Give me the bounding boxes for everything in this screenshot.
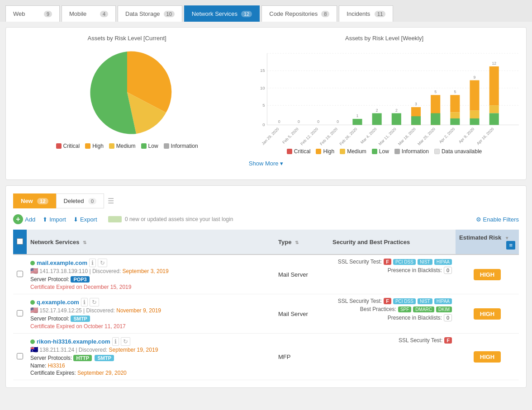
row2-info-icon[interactable]: ℹ [81, 298, 88, 306]
tab-code-repositories[interactable]: Code Repositories8 [261, 5, 337, 22]
row3-protocol-badge-http: HTTP [73, 355, 92, 361]
svg-text:0: 0 [278, 119, 280, 124]
legend-dot-low [141, 143, 147, 149]
row3-discovered: Discovered: September 19, 2019 [79, 347, 158, 353]
bar-legend-medium: Medium [340, 148, 366, 155]
legend-medium: Medium [109, 143, 136, 149]
svg-rect-31 [470, 80, 480, 111]
svg-rect-37 [489, 113, 499, 125]
row2-discovered: Discovered: November 9, 2019 [86, 307, 161, 314]
row2-checkbox-cell [13, 294, 27, 334]
import-button[interactable]: ⬆ Import [43, 216, 66, 223]
row1-type-cell: Mail Server [275, 254, 329, 294]
row3-cert-info: Certificate Expires: September 29, 2020 [30, 370, 271, 376]
row1-blacklist-label: Presence in Blacklists: [388, 267, 442, 273]
sub-tab-new-badge: 12 [37, 198, 48, 204]
svg-text:Apr 2, 2020: Apr 2, 2020 [438, 127, 456, 144]
svg-text:Mar 4, 2020: Mar 4, 2020 [360, 127, 378, 145]
svg-rect-27 [450, 95, 460, 112]
svg-text:Feb 12, 2020: Feb 12, 2020 [299, 127, 319, 146]
row2-blacklist-row: Presence in Blacklists: 0 [388, 314, 452, 321]
row1-info-icon[interactable]: ℹ [89, 259, 96, 267]
tab-incidents[interactable]: Incidents11 [339, 5, 393, 22]
row2-hipaa-badge: HIPAA [434, 298, 452, 304]
th-security: Security and Best Practices [329, 230, 456, 254]
svg-rect-15 [353, 119, 362, 125]
svg-text:0: 0 [337, 119, 339, 124]
sub-tab-new[interactable]: New 12 [13, 193, 56, 208]
pie-chart-svg [77, 47, 177, 137]
row2-bp-label: Best Practices: [360, 306, 396, 312]
sort-arrows-name: ⇅ [83, 240, 86, 245]
bar-legend: Critical High Medium Low [250, 148, 519, 155]
row2-asset-cell: q.example.com ℹ ↻ 🇺🇸 152.17.149.12:25 | … [27, 294, 275, 334]
row2-ssl-label: SSL Security Test: [338, 298, 382, 304]
row1-ssl-row: SSL Security Test: F PCI DSS NIST HIPAA [338, 259, 452, 265]
row3-asset-icons: ℹ ↻ [112, 337, 130, 346]
bar-chart-svg: 0 5 10 15 0 0 0 0 [250, 47, 519, 146]
tab-network-services[interactable]: Network Services12 [184, 5, 260, 22]
row2-refresh-icon[interactable]: ↻ [90, 298, 99, 306]
charts-card: Assets by Risk Level [Current] [5, 27, 527, 180]
row3-type: MFP [278, 353, 290, 360]
row2-ssl-row: SSL Security Test: F PCI DSS NIST HIPAA [338, 298, 452, 304]
svg-text:Mar 18, 2020: Mar 18, 2020 [397, 127, 417, 146]
svg-rect-28 [450, 113, 460, 118]
row1-protocol: Server Protocol: POP3 [30, 276, 271, 283]
export-button[interactable]: ⬇ Export [73, 216, 97, 223]
header-checkbox[interactable] [17, 238, 23, 245]
svg-text:0: 0 [262, 122, 265, 127]
svg-text:0: 0 [317, 119, 319, 124]
show-more-button[interactable]: Show More ▾ [249, 160, 283, 167]
row3-risk-cell: HIGH [456, 334, 519, 380]
tab-label-network-services: Network Services [192, 10, 238, 17]
row2-pci-badge: PCI DSS [393, 298, 416, 304]
row3-asset-name[interactable]: rikon-hi3316.example.com [37, 338, 110, 345]
tab-web[interactable]: Web9 [5, 5, 60, 22]
add-button[interactable]: + Add [13, 214, 35, 224]
tab-label-incidents: Incidents [347, 10, 370, 17]
row1-type: Mail Server [278, 271, 308, 278]
row2-checkbox[interactable] [17, 310, 23, 316]
svg-text:2: 2 [395, 108, 398, 113]
assets-tbody: mail.example.com ℹ ↻ 🇺🇸 141.173.18.139:1… [13, 254, 519, 380]
bar-legend-label-low: Low [379, 148, 389, 155]
tab-mobile[interactable]: Mobile4 [62, 5, 116, 22]
row1-asset-name[interactable]: mail.example.com [37, 259, 87, 266]
row1-risk-badge: HIGH [474, 269, 501, 280]
tab-label-data-storage: Data Storage [125, 10, 160, 17]
row3-refresh-icon[interactable]: ↻ [121, 337, 130, 346]
row3-discovered-date[interactable]: September 19, 2019 [109, 347, 158, 353]
row1-discovered: Discovered: September 3, 2019 [92, 268, 169, 274]
row1-checkbox[interactable] [17, 271, 23, 277]
row3-protocol: Server Protocols: HTTP SMTP [30, 355, 271, 361]
th-risk[interactable]: Estimated Risk ▼ ≡ [456, 230, 519, 254]
bar-legend-dot-medium [340, 149, 345, 154]
legend-critical: Critical [56, 143, 80, 149]
row2-protocol: Server Protocol: SMTP [30, 316, 271, 322]
row1-asset-icons: ℹ ↻ [89, 259, 107, 267]
th-network-services[interactable]: Network Services ⇅ [27, 230, 275, 254]
legend-dot-high [85, 143, 90, 149]
th-type[interactable]: Type ⇅ [275, 230, 329, 254]
row1-nist-badge: NIST [418, 259, 432, 265]
svg-text:2: 2 [376, 108, 378, 113]
columns-menu-icon[interactable]: ≡ [506, 241, 515, 250]
sub-tab-divider: ☰ [104, 193, 118, 209]
row1-refresh-icon[interactable]: ↻ [98, 259, 107, 267]
row3-info-icon[interactable]: ℹ [112, 337, 119, 346]
row2-discovered-date[interactable]: November 9, 2019 [116, 307, 161, 314]
tab-label-mobile: Mobile [69, 10, 86, 17]
filter-info: 0 new or updated assets since your last … [108, 216, 233, 223]
sub-tab-deleted[interactable]: Deleted 0 [56, 193, 104, 208]
enable-filters-button[interactable]: ⚙ Enable Filters [476, 216, 519, 223]
row3-checkbox[interactable] [17, 353, 23, 359]
row2-asset-name[interactable]: q.example.com [37, 299, 79, 306]
row1-discovered-date[interactable]: September 3, 2019 [123, 268, 169, 274]
bar-chart-title: Assets by Risk Level [Weekly] [250, 35, 519, 42]
row1-online-indicator [30, 261, 35, 265]
add-label: Add [25, 216, 35, 223]
tab-data-storage[interactable]: Data Storage10 [118, 5, 182, 22]
svg-rect-33 [470, 118, 480, 125]
svg-text:15: 15 [260, 68, 265, 73]
